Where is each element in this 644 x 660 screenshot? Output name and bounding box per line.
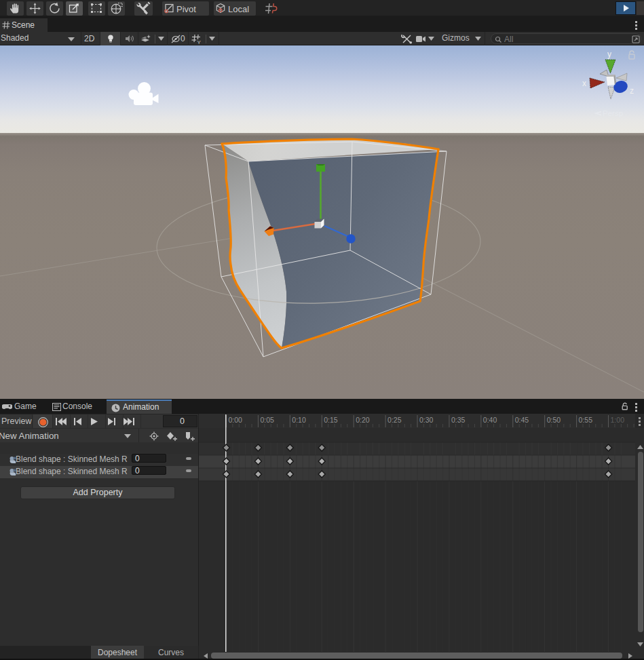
svg-text:0:00: 0:00	[229, 416, 243, 424]
svg-text:Y: Y	[197, 39, 202, 45]
svg-text:0:55: 0:55	[579, 416, 593, 424]
svg-text:y: y	[607, 50, 611, 59]
svg-text:0:10: 0:10	[292, 416, 306, 424]
svg-text:0:20: 0:20	[356, 416, 370, 424]
svg-text:x: x	[582, 79, 586, 88]
svg-text:z: z	[630, 86, 634, 96]
svg-text:0:45: 0:45	[515, 416, 529, 424]
svg-text:0:05: 0:05	[260, 416, 274, 424]
svg-text:Persp: Persp	[603, 109, 623, 117]
svg-text:0:40: 0:40	[483, 416, 497, 424]
svg-text:0:30: 0:30	[419, 416, 434, 424]
svg-text:0:25: 0:25	[387, 416, 402, 424]
svg-text:0:50: 0:50	[547, 416, 561, 424]
svg-text:0:35: 0:35	[451, 416, 466, 424]
svg-text:1:00: 1:00	[611, 416, 625, 424]
svg-text:0:15: 0:15	[324, 416, 338, 424]
